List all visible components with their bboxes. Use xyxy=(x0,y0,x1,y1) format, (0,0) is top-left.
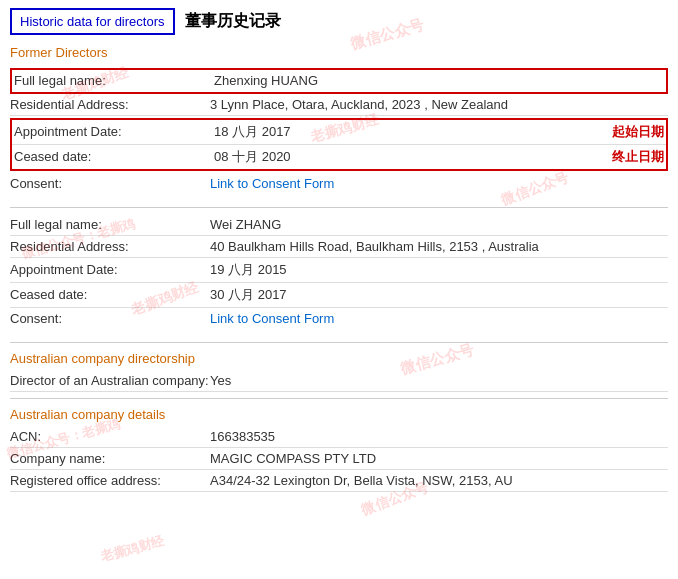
divider-1 xyxy=(10,207,668,208)
subsection-title-details: Australian company details xyxy=(10,407,668,422)
field-label-office-address: Registered office address: xyxy=(10,473,210,488)
field-label-name-1: Full legal name: xyxy=(14,73,214,88)
former-directors-title: Former Directors xyxy=(10,45,668,60)
name-highlight-box: Full legal name: Zhenxing HUANG xyxy=(10,68,668,94)
consent-link-1[interactable]: Link to Consent Form xyxy=(210,176,668,191)
field-row-office-address: Registered office address: A34/24-32 Lex… xyxy=(10,470,668,492)
consent-link-2[interactable]: Link to Consent Form xyxy=(210,311,668,326)
field-row-appt-1: Appointment Date: 18 八月 2017 起始日期 xyxy=(12,120,666,145)
field-row-name-2: Full legal name: Wei ZHANG xyxy=(10,214,668,236)
subsection-title-directorship: Australian company directorship xyxy=(10,351,668,366)
header-chinese-title: 董事历史记录 xyxy=(185,11,281,32)
field-row-consent-2: Consent: Link to Consent Form xyxy=(10,308,668,330)
annotation-end: 终止日期 xyxy=(612,148,664,166)
field-value-ceased-2: 30 八月 2017 xyxy=(210,286,668,304)
field-row-appt-2: Appointment Date: 19 八月 2015 xyxy=(10,258,668,283)
field-label-appt-2: Appointment Date: xyxy=(10,262,210,277)
page-header: Historic data for directors 董事历史记录 xyxy=(10,8,668,35)
annotation-start: 起始日期 xyxy=(612,123,664,141)
field-value-name-1: Zhenxing HUANG xyxy=(214,73,664,88)
header-box: Historic data for directors xyxy=(10,8,175,35)
field-value-director-au: Yes xyxy=(210,373,668,388)
field-row-address-1: Residential Address: 3 Lynn Place, Otara… xyxy=(10,94,668,116)
field-value-ceased-1: 08 十月 2020 xyxy=(214,148,597,166)
field-label-ceased-2: Ceased date: xyxy=(10,287,210,302)
divider-2 xyxy=(10,342,668,343)
field-label-name-2: Full legal name: xyxy=(10,217,210,232)
field-label-address-2: Residential Address: xyxy=(10,239,210,254)
field-value-appt-1: 18 八月 2017 xyxy=(214,123,597,141)
field-label-director-au: Director of an Australian company: xyxy=(10,373,210,388)
divider-3 xyxy=(10,398,668,399)
field-label-consent-2: Consent: xyxy=(10,311,210,326)
field-value-address-1: 3 Lynn Place, Otara, Auckland, 2023 , Ne… xyxy=(210,97,668,112)
field-row-acn: ACN: 166383535 xyxy=(10,426,668,448)
field-label-consent-1: Consent: xyxy=(10,176,210,191)
field-row-consent-1: Consent: Link to Consent Form xyxy=(10,173,668,195)
field-row-name-1: Full legal name: Zhenxing HUANG xyxy=(14,70,664,92)
director-2-block: Full legal name: Wei ZHANG Residential A… xyxy=(10,214,668,330)
header-box-label: Historic data for directors xyxy=(20,14,165,29)
date-highlight-box: Appointment Date: 18 八月 2017 起始日期 Ceased… xyxy=(10,118,668,171)
field-row-company-name: Company name: MAGIC COMPASS PTY LTD xyxy=(10,448,668,470)
field-value-company-name: MAGIC COMPASS PTY LTD xyxy=(210,451,668,466)
watermark-10: 老撕鸡财经 xyxy=(99,532,166,566)
field-row-address-2: Residential Address: 40 Baulkham Hills R… xyxy=(10,236,668,258)
field-label-ceased-1: Ceased date: xyxy=(14,149,214,164)
page-wrapper: Historic data for directors 董事历史记录 Forme… xyxy=(0,0,678,579)
field-value-address-2: 40 Baulkham Hills Road, Baulkham Hills, … xyxy=(210,239,668,254)
field-row-ceased-1: Ceased date: 08 十月 2020 终止日期 xyxy=(12,145,666,169)
field-value-name-2: Wei ZHANG xyxy=(210,217,668,232)
field-value-office-address: A34/24-32 Lexington Dr, Bella Vista, NSW… xyxy=(210,473,668,488)
field-value-appt-2: 19 八月 2015 xyxy=(210,261,668,279)
field-label-address-1: Residential Address: xyxy=(10,97,210,112)
field-row-ceased-2: Ceased date: 30 八月 2017 xyxy=(10,283,668,308)
field-label-appt-1: Appointment Date: xyxy=(14,124,214,139)
field-label-acn: ACN: xyxy=(10,429,210,444)
field-value-acn: 166383535 xyxy=(210,429,668,444)
field-row-director-au: Director of an Australian company: Yes xyxy=(10,370,668,392)
field-label-company-name: Company name: xyxy=(10,451,210,466)
director-1-block: Full legal name: Zhenxing HUANG Resident… xyxy=(10,68,668,195)
